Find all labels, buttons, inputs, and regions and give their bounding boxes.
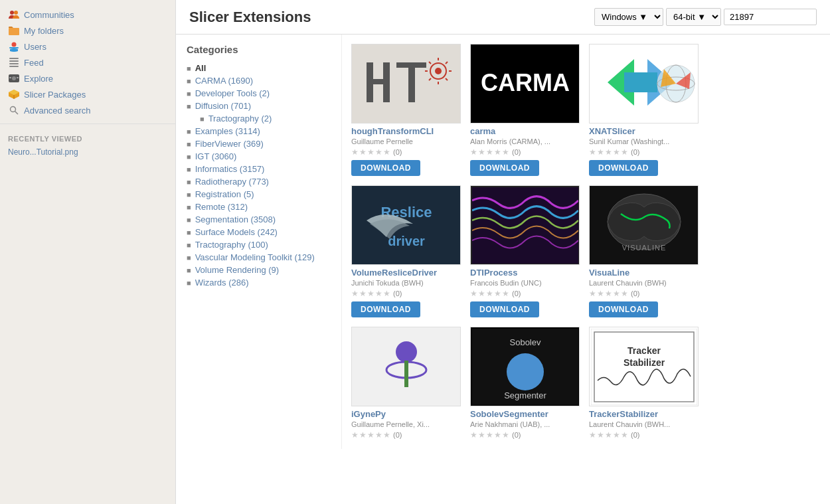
ext-rating-count: (0) [393,431,402,439]
explore-label: Explore [24,74,53,84]
ext-image-volumereslicedriver[interactable]: Reslice driver [351,185,461,265]
ext-image-dtiprocess[interactable] [470,185,580,265]
category-item-carma[interactable]: ■ CARMA (1690) [187,74,331,87]
category-link-tractography[interactable]: Tractography (100) [195,240,268,250]
ext-card-sobolevSegmenter: Sobolev Segmenter SobolevSegmenter Arie … [470,327,580,440]
sidebar-item-slicer-packages[interactable]: Slicer Packages [0,86,175,102]
download-btn-houghtransformcli[interactable]: DOWNLOAD [351,160,420,176]
category-item-all[interactable]: ■ All [187,62,331,74]
download-btn-volumereslicedriver[interactable]: DOWNLOAD [351,301,420,317]
category-link-all[interactable]: All [195,63,207,73]
category-item-diffusion[interactable]: ■ Diffusion (701) [187,100,331,112]
category-item-surface-models[interactable]: ■ Surface Models (242) [187,226,331,238]
ext-name-trackerstabilizer[interactable]: TrackerStabilizer [589,409,658,419]
sidebar-item-feed[interactable]: Feed [0,54,175,70]
category-bullet: ■ [187,191,191,199]
ext-stars-carma: ★★★★★ (0) [470,147,521,157]
build-number-input[interactable] [724,9,817,25]
ext-author-trackerstabilizer: Laurent Chauvin (BWH... [589,420,670,428]
os-select[interactable]: Windows ▼ Linux Mac [594,8,663,26]
ext-rating-count: (0) [631,290,639,297]
category-link-radiotherapy[interactable]: Radiotherapy (773) [195,177,269,187]
category-item-radiotherapy[interactable]: ■ Radiotherapy (773) [187,175,331,188]
category-link-diffusion[interactable]: Diffusion (701) [195,101,251,111]
ext-image-sobolevSegmenter[interactable]: Sobolev Segmenter [470,327,580,406]
svg-rect-6 [9,60,19,62]
ext-card-xnatslicer: XNATSlicer Sunil Kumar (Washingt... ★★★★… [589,44,699,176]
category-item-segmentation[interactable]: ■ Segmentation (3508) [187,213,331,226]
category-item-tractography-sub[interactable]: ■ Tractography (2) [187,112,331,125]
sidebar-item-myfolders[interactable]: My folders [0,23,175,39]
ext-name-igynepy[interactable]: iGynePy [351,409,386,419]
category-item-informatics[interactable]: ■ Informatics (3157) [187,163,331,175]
category-link-segmentation[interactable]: Segmentation (3508) [195,214,276,224]
category-item-fiberviewer[interactable]: ■ FiberViewer (369) [187,137,331,150]
svg-text:Tracker: Tracker [627,345,661,356]
category-bullet: ■ [187,216,191,224]
download-btn-xnatslicer[interactable]: DOWNLOAD [589,160,658,176]
download-btn-dtiprocess[interactable]: DOWNLOAD [470,301,539,317]
category-item-volume-rendering[interactable]: ■ Volume Rendering (9) [187,264,331,276]
svg-text:Stabilizer: Stabilizer [623,357,665,368]
download-btn-visualine[interactable]: DOWNLOAD [589,301,658,317]
svg-text:Segmenter: Segmenter [504,390,546,400]
category-bullet: ■ [187,254,191,262]
category-link-remote[interactable]: Remote (312) [195,202,248,212]
ext-author-carma: Alan Morris (CARMA), ... [470,137,550,145]
ext-image-houghtransformcli[interactable] [351,44,461,124]
category-link-vascular-modeling[interactable]: Vascular Modeling Toolkit (129) [195,252,315,262]
category-item-developer-tools[interactable]: ■ Developer Tools (2) [187,87,331,100]
category-link-surface-models[interactable]: Surface Models (242) [195,227,278,237]
category-link-registration[interactable]: Registration (5) [195,189,254,199]
sidebar-item-advanced-search[interactable]: Advanced search [0,102,175,118]
advanced-search-icon [8,104,20,116]
category-link-tractography-sub[interactable]: Tractography (2) [208,114,272,124]
sidebar-item-users[interactable]: Users [0,39,175,54]
category-item-wizards[interactable]: ■ Wizards (286) [187,276,331,289]
sidebar-item-communities[interactable]: Communities [0,7,175,23]
category-link-developer-tools[interactable]: Developer Tools (2) [195,88,270,98]
category-bullet: ■ [187,165,191,173]
category-link-igt[interactable]: IGT (3060) [195,151,237,161]
category-item-igt[interactable]: ■ IGT (3060) [187,150,331,163]
svg-line-17 [15,112,19,115]
category-bullet: ■ [187,266,191,274]
ext-image-igynepy[interactable] [351,327,461,406]
ext-stars-dtiprocess: ★★★★★ (0) [470,289,521,298]
ext-rating-count: (0) [512,148,521,156]
category-link-carma[interactable]: CARMA (1690) [195,76,253,86]
ext-image-visualine[interactable]: VISUALINE [589,185,699,265]
bit-select[interactable]: 64-bit ▼ 32-bit [666,8,721,26]
category-link-wizards[interactable]: Wizards (286) [195,278,249,288]
category-item-remote[interactable]: ■ Remote (312) [187,201,331,213]
svg-text:CARMA: CARMA [481,69,570,96]
ext-name-visualine[interactable]: VisuaLine [589,268,629,278]
ext-name-carma[interactable]: carma [470,126,495,136]
category-link-informatics[interactable]: Informatics (3157) [195,164,265,174]
svg-point-58 [507,353,544,390]
recently-viewed-item-neuro[interactable]: Neuro...Tutorial.png [0,145,175,159]
category-link-volume-rendering[interactable]: Volume Rendering (9) [195,265,279,275]
category-bullet: ■ [187,203,191,211]
ext-name-sobolevSegmenter[interactable]: SobolevSegmenter [470,409,548,419]
ext-name-houghtransformcli[interactable]: houghTransformCLI [351,126,434,136]
ext-name-volumereslicedriver[interactable]: VolumeResliceDriver [351,268,437,278]
users-icon [8,41,20,52]
ext-image-trackerstabilizer[interactable]: Tracker Stabilizer [589,327,699,406]
myfolders-label: My folders [24,26,64,36]
ext-image-xnatslicer[interactable] [589,44,699,124]
page-title: Slicer Extensions [189,9,594,26]
ext-image-carma[interactable]: CARMA [470,44,580,124]
category-item-examples[interactable]: ■ Examples (3114) [187,125,331,137]
category-item-registration[interactable]: ■ Registration (5) [187,188,331,201]
svg-rect-22 [396,62,426,68]
category-link-fiberviewer[interactable]: FiberViewer (369) [195,139,264,149]
category-link-examples[interactable]: Examples (3114) [195,126,260,136]
download-btn-carma[interactable]: DOWNLOAD [470,160,539,176]
ext-name-xnatslicer[interactable]: XNATSlicer [589,126,635,136]
sidebar-item-explore[interactable]: Explore [0,70,175,86]
category-item-vascular-modeling[interactable]: ■ Vascular Modeling Toolkit (129) [187,251,331,264]
ext-name-dtiprocess[interactable]: DTIProcess [470,268,518,278]
category-bullet: ■ [187,241,191,249]
category-item-tractography[interactable]: ■ Tractography (100) [187,238,331,251]
